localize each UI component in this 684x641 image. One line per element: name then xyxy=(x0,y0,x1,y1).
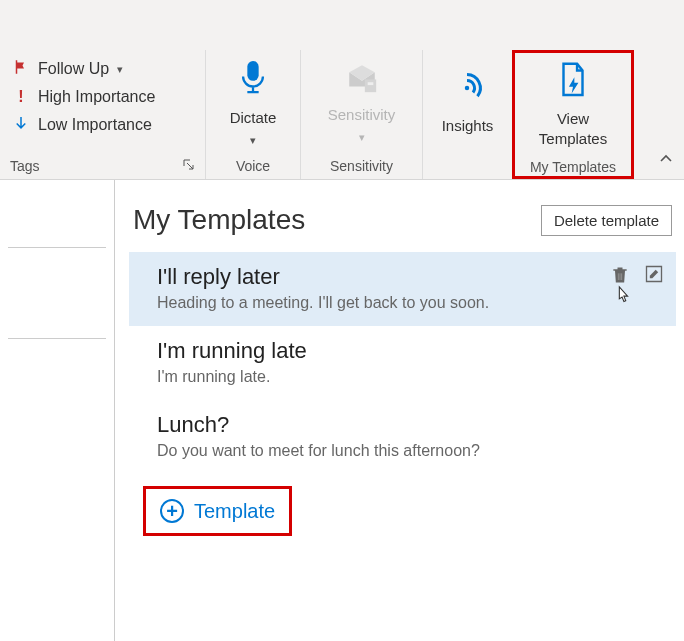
down-arrow-icon xyxy=(12,114,30,136)
flag-icon xyxy=(12,58,30,80)
ribbon-group-sensitivity: Sensitivity ▾ Sensitivity xyxy=(300,50,422,179)
collapse-ribbon-icon[interactable] xyxy=(658,151,674,171)
delete-template-button[interactable]: Delete template xyxy=(541,205,672,236)
dialog-launcher-icon[interactable] xyxy=(183,158,195,174)
template-body: Heading to a meeting. I'll get back to y… xyxy=(157,294,658,312)
template-item[interactable]: I'm running late I'm running late. xyxy=(129,326,676,400)
divider xyxy=(8,247,106,248)
my-templates-pane: My Templates Delete template I'll reply … xyxy=(115,180,684,641)
template-item[interactable]: Lunch? Do you want to meet for lunch thi… xyxy=(129,400,676,474)
divider xyxy=(8,338,106,339)
high-importance-label: High Importance xyxy=(38,88,155,106)
follow-up-label: Follow Up xyxy=(38,60,109,78)
exclamation-icon: ! xyxy=(12,88,30,106)
view-templates-label: View Templates xyxy=(539,109,607,148)
sensitivity-button: Sensitivity ▾ xyxy=(324,57,400,148)
template-body: Do you want to meet for lunch this after… xyxy=(157,442,658,460)
edit-icon[interactable] xyxy=(644,264,664,290)
dictate-label: Dictate xyxy=(230,108,277,128)
tags-group-label: Tags xyxy=(10,158,40,174)
chevron-down-icon: ▾ xyxy=(250,134,256,147)
svg-rect-2 xyxy=(367,83,373,86)
cursor-pointer-icon xyxy=(612,284,634,314)
high-importance-button[interactable]: ! High Importance xyxy=(10,84,195,110)
insights-icon xyxy=(449,70,485,110)
svg-rect-0 xyxy=(247,61,258,81)
low-importance-label: Low Importance xyxy=(38,116,152,134)
low-importance-button[interactable]: Low Importance xyxy=(10,110,195,140)
insights-button[interactable]: Insights xyxy=(438,66,498,140)
sensitivity-icon xyxy=(345,61,379,99)
insights-label: Insights xyxy=(442,116,494,136)
svg-point-3 xyxy=(465,86,470,91)
plus-circle-icon: + xyxy=(160,499,184,523)
my-templates-group-label: My Templates xyxy=(530,159,616,175)
template-title: Lunch? xyxy=(157,412,658,438)
left-nav-strip xyxy=(0,180,115,641)
template-title: I'll reply later xyxy=(157,264,658,290)
svg-rect-1 xyxy=(364,80,375,93)
add-template-label: Template xyxy=(194,500,275,523)
add-template-button[interactable]: + Template xyxy=(143,486,292,536)
sensitivity-group-label: Sensitivity xyxy=(330,158,393,174)
pane-title: My Templates xyxy=(133,204,305,236)
template-title: I'm running late xyxy=(157,338,658,364)
ribbon: Follow Up ▾ ! High Importance Low Import… xyxy=(0,0,684,180)
sensitivity-label: Sensitivity xyxy=(328,105,396,125)
follow-up-button[interactable]: Follow Up ▾ xyxy=(10,54,195,84)
chevron-down-icon: ▾ xyxy=(117,63,123,76)
ribbon-group-my-templates: View Templates My Templates xyxy=(512,50,634,179)
voice-group-label: Voice xyxy=(236,158,270,174)
template-item[interactable]: I'll reply later Heading to a meeting. I… xyxy=(129,252,676,326)
ribbon-group-tags: Follow Up ▾ ! High Importance Low Import… xyxy=(0,50,205,179)
view-templates-button[interactable]: View Templates xyxy=(535,57,611,152)
chevron-down-icon: ▾ xyxy=(359,131,365,144)
workspace: My Templates Delete template I'll reply … xyxy=(0,180,684,641)
ribbon-group-insights: Insights xyxy=(422,50,512,179)
template-lightning-icon xyxy=(556,61,590,103)
ribbon-group-voice: Dictate ▾ Voice xyxy=(205,50,300,179)
dictate-button[interactable]: Dictate ▾ xyxy=(226,54,281,151)
microphone-icon xyxy=(236,58,270,102)
template-body: I'm running late. xyxy=(157,368,658,386)
